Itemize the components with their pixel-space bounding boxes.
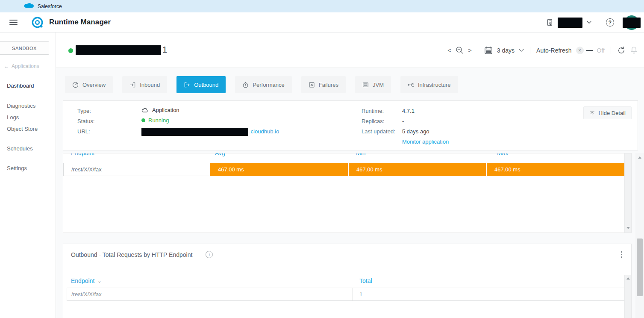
avg-cell: 467.00 ms bbox=[210, 163, 348, 176]
refresh-icon[interactable] bbox=[617, 46, 626, 55]
sidebar-back-applications[interactable]: ← Applications bbox=[4, 63, 39, 69]
time-next-button[interactable]: > bbox=[468, 47, 472, 54]
scroll-down-arrow-icon[interactable] bbox=[626, 227, 630, 229]
endpoint-cell[interactable]: /rest/X/X/fax bbox=[63, 163, 210, 176]
time-toolbar: < > 3 days Auto-Refresh × Off bbox=[447, 32, 638, 68]
scrollbar-thumb[interactable] bbox=[637, 238, 643, 296]
type-label: Type: bbox=[77, 108, 91, 114]
tab-infrastructure[interactable]: Infrastructure bbox=[400, 76, 458, 93]
sidebar: SANDBOX ← Applications Dashboard Diagnos… bbox=[0, 32, 56, 318]
main-content: 1 < > 3 days Auto-Refresh × Of bbox=[56, 32, 644, 318]
url-redacted bbox=[141, 128, 248, 136]
total-cell: 1 bbox=[359, 291, 362, 297]
endpoint-cell: /rest/X/X/fax bbox=[71, 291, 102, 297]
scroll-up-arrow-icon[interactable] bbox=[638, 156, 641, 159]
app-name-suffix: 1 bbox=[162, 45, 167, 55]
sidebar-item-diagnostics[interactable]: Diagnostics bbox=[7, 103, 35, 109]
sidebar-item-settings[interactable]: Settings bbox=[7, 165, 27, 171]
tab-performance[interactable]: Performance bbox=[235, 76, 291, 93]
app-url-link[interactable]: .cloudhub.io bbox=[249, 128, 279, 135]
last-updated-label: Last updated: bbox=[362, 128, 395, 135]
column-header-avg[interactable]: Avg bbox=[215, 153, 225, 156]
panel-menu-kebab-icon[interactable] bbox=[618, 250, 624, 259]
app-status-dot bbox=[68, 48, 73, 53]
tab-jvm[interactable]: JVM bbox=[355, 76, 391, 93]
runtime-manager-screen: Salesforce Runtime Manager ? SAND bbox=[0, 0, 644, 318]
calendar-icon[interactable] bbox=[484, 46, 493, 55]
user-avatar[interactable] bbox=[624, 15, 639, 30]
dashboard-tabs: Overview Inbound Outbound Performance Fa… bbox=[65, 76, 458, 93]
avatar-redacted bbox=[623, 18, 641, 28]
app-name-redacted bbox=[76, 45, 161, 55]
org-name-redacted[interactable] bbox=[558, 18, 582, 28]
content-scrollbar[interactable] bbox=[635, 153, 644, 318]
org-chevron-down-icon[interactable] bbox=[587, 21, 591, 24]
status-label: Status: bbox=[77, 118, 94, 124]
runtime-manager-logo-icon bbox=[31, 16, 44, 29]
replicas-value: - bbox=[402, 118, 404, 124]
salesforce-cloud-icon bbox=[24, 3, 34, 10]
replicas-label: Replicas: bbox=[362, 118, 384, 124]
response-table-scrollbar[interactable] bbox=[624, 153, 631, 233]
type-value: Application bbox=[141, 107, 179, 113]
column-header-min[interactable]: Min bbox=[356, 153, 366, 156]
tab-inbound[interactable]: Inbound bbox=[122, 76, 167, 93]
outbound-response-time-panel: Endpoint Avg Min Max /rest/X/X/fax 467.0… bbox=[63, 153, 632, 233]
panel-title: Outbound - Total Requests by HTTP Endpoi… bbox=[71, 251, 192, 258]
environment-selector-button[interactable]: SANDBOX bbox=[0, 41, 49, 55]
column-header-max[interactable]: Max bbox=[497, 153, 508, 156]
requests-table-scrollbar[interactable] bbox=[624, 275, 631, 318]
max-cell: 467.00 ms bbox=[486, 163, 625, 176]
column-header-endpoint[interactable]: Endpoint ⌄ bbox=[71, 277, 102, 284]
application-cloud-icon bbox=[141, 107, 149, 113]
product-title: Runtime Manager bbox=[49, 18, 111, 26]
response-table-header-row: Endpoint Avg Min Max bbox=[63, 153, 624, 159]
sidebar-item-dashboard[interactable]: Dashboard bbox=[7, 82, 34, 89]
url-label: URL: bbox=[77, 128, 90, 135]
status-value: Running bbox=[141, 117, 169, 124]
tab-failures[interactable]: Failures bbox=[301, 76, 346, 93]
info-icon[interactable]: i bbox=[206, 251, 213, 258]
time-range-value[interactable]: 3 days bbox=[497, 47, 515, 54]
hide-detail-button[interactable]: Hide Detail bbox=[583, 106, 632, 119]
topbar-brand-label: Salesforce bbox=[38, 3, 62, 9]
application-title-bar: 1 < > 3 days Auto-Refresh × Of bbox=[56, 32, 644, 68]
auto-refresh-state: Off bbox=[597, 47, 605, 54]
last-updated-value: 5 days ago bbox=[402, 128, 429, 135]
column-header-total[interactable]: Total bbox=[359, 277, 372, 284]
sidebar-item-schedules[interactable]: Schedules bbox=[7, 145, 33, 152]
scroll-up-arrow-icon[interactable] bbox=[626, 277, 630, 280]
time-prev-button[interactable]: < bbox=[447, 47, 451, 54]
auto-refresh-toggle-track[interactable] bbox=[586, 50, 593, 51]
collapse-up-icon bbox=[589, 110, 595, 116]
sidebar-item-object-store[interactable]: Object Store bbox=[7, 126, 38, 132]
sidebar-item-logs[interactable]: Logs bbox=[7, 114, 19, 121]
zoom-out-icon[interactable] bbox=[456, 46, 464, 54]
table-row[interactable]: /rest/X/X/fax 467.00 ms 467.00 ms 467.00… bbox=[63, 163, 625, 176]
notifications-bell-icon[interactable] bbox=[630, 46, 638, 54]
tab-overview[interactable]: Overview bbox=[65, 76, 113, 93]
auto-refresh-toggle[interactable]: × bbox=[576, 47, 584, 54]
column-header-endpoint[interactable]: Endpoint bbox=[71, 153, 94, 156]
monitor-application-link[interactable]: Monitor application bbox=[402, 138, 449, 145]
salesforce-topbar: Salesforce bbox=[0, 0, 644, 12]
organization-icon bbox=[546, 19, 553, 26]
product-header: Runtime Manager ? bbox=[0, 12, 644, 32]
range-chevron-down-icon[interactable] bbox=[519, 49, 524, 52]
total-requests-panel: Outbound - Total Requests by HTTP Endpoi… bbox=[63, 244, 632, 318]
auto-refresh-label: Auto-Refresh bbox=[536, 47, 571, 54]
back-arrow-icon: ← bbox=[4, 63, 9, 69]
sort-chevron-icon: ⌄ bbox=[97, 278, 101, 284]
application-details-panel: Type: Application Status: Running URL: .… bbox=[63, 100, 638, 150]
hamburger-menu-icon[interactable] bbox=[9, 20, 18, 25]
tab-outbound[interactable]: Outbound bbox=[176, 76, 226, 93]
table-row[interactable]: /rest/X/X/fax 1 bbox=[67, 288, 625, 301]
runtime-value: 4.7.1 bbox=[402, 108, 415, 114]
help-icon[interactable]: ? bbox=[606, 18, 614, 26]
runtime-label: Runtime: bbox=[362, 108, 384, 114]
running-status-dot bbox=[141, 118, 145, 122]
min-cell: 467.00 ms bbox=[348, 163, 486, 176]
